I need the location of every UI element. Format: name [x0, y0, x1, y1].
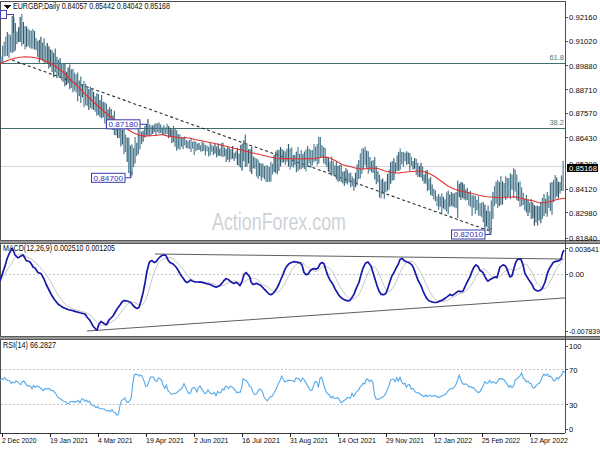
svg-text:0.89880: 0.89880 [569, 62, 597, 71]
svg-text:0: 0 [569, 425, 573, 434]
svg-text:16 Jul 2021: 16 Jul 2021 [242, 436, 280, 445]
svg-text:0.81840: 0.81840 [569, 234, 597, 243]
svg-text:0.82010: 0.82010 [454, 230, 484, 239]
svg-text:MACD(12,26,9) 0.002510 0.00120: MACD(12,26,9) 0.002510 0.001205 [3, 243, 115, 253]
svg-text:EURGBP,Daily 0.84057 0.85442: EURGBP,Daily 0.84057 0.85442 0.84042 0.8… [13, 1, 170, 11]
svg-text:4 Mar 2021: 4 Mar 2021 [98, 436, 133, 445]
svg-text:ActionForex.com: ActionForex.com [212, 209, 346, 235]
svg-text:0.92160: 0.92160 [569, 13, 597, 22]
svg-text:2 Dec 2020: 2 Dec 2020 [2, 436, 37, 445]
svg-text:12 Apr 2022: 12 Apr 2022 [530, 436, 568, 445]
svg-text:0.87570: 0.87570 [569, 109, 597, 118]
svg-text:2 Jun 2021: 2 Jun 2021 [194, 436, 229, 445]
svg-text:61.8: 61.8 [549, 53, 564, 62]
svg-text:70: 70 [569, 366, 578, 375]
svg-text:0.003641: 0.003641 [569, 245, 599, 254]
svg-text:31 Aug 2021: 31 Aug 2021 [290, 436, 328, 445]
svg-text:100: 100 [569, 342, 582, 351]
svg-text:0.00: 0.00 [569, 270, 584, 279]
svg-text:0.91020: 0.91020 [569, 37, 597, 46]
svg-text:19 Apr 2021: 19 Apr 2021 [146, 436, 184, 445]
svg-text:14 Oct 2021: 14 Oct 2021 [338, 436, 376, 445]
svg-text:12 Jan 2022: 12 Jan 2022 [434, 436, 472, 445]
svg-text:30: 30 [569, 401, 578, 410]
svg-text:0.84700: 0.84700 [94, 174, 124, 183]
svg-text:0.87180: 0.87180 [109, 120, 139, 129]
svg-text:25 Feb 2022: 25 Feb 2022 [482, 436, 520, 445]
svg-text:0.86430: 0.86430 [569, 134, 597, 143]
svg-text:0.85168: 0.85168 [569, 164, 597, 173]
svg-text:0.88710: 0.88710 [569, 86, 597, 95]
svg-text:0.82980: 0.82980 [569, 209, 597, 218]
svg-text:RSI(14) 66.2827: RSI(14) 66.2827 [3, 340, 56, 350]
svg-text:19 Jan 2021: 19 Jan 2021 [50, 436, 88, 445]
svg-text:38.2: 38.2 [549, 118, 564, 127]
svg-text:29 Nov 2021: 29 Nov 2021 [386, 436, 424, 445]
svg-text:0.84120: 0.84120 [569, 185, 597, 194]
svg-text:-0.007839: -0.007839 [569, 327, 600, 336]
